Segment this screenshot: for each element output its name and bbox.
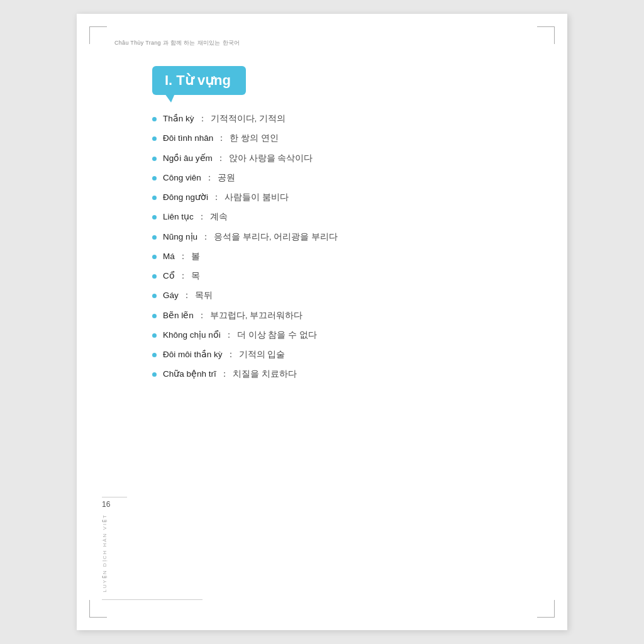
vocab-bullet-icon [152,117,157,121]
vocab-vietnamese: Liên tục [163,211,194,223]
section-title-wrapper: I. Từ vựng [152,66,530,95]
vocab-separator: ： [220,368,229,380]
vocab-korean: 치질을 치료하다 [233,368,297,380]
section-title-badge: I. Từ vựng [152,66,246,95]
vocab-item: Ngồi âu yếm ：앉아 사랑을 속삭이다 [152,152,530,165]
vocab-vietnamese: Nũng nịu [163,231,197,243]
vocab-bullet-icon [152,235,157,240]
vocab-korean: 기적의 입술 [239,348,286,361]
vocab-separator: ： [179,270,187,282]
vocab-korean: 기적적이다, 기적의 [211,113,286,125]
vocab-korean: 볼 [191,250,200,263]
vocab-vietnamese: Cổ [163,270,175,282]
vocab-item: Đông người ：사람들이 붐비다 [152,191,530,204]
vocab-vietnamese: Công viên [163,172,201,184]
vocab-item: Chữa bệnh trĩ ：치질을 치료하다 [152,368,530,380]
vocab-separator: ： [201,231,210,243]
page-number-area: 16 LUYỆN DỊCH HÀN VIỆT [102,497,127,592]
vocab-item: Má ：볼 [152,250,530,263]
vocab-list: Thần kỳ ：기적적이다, 기적의Đôi tình nhân ：한 쌍의 연… [152,113,530,381]
vocab-korean: 계속 [210,211,228,223]
vocab-item: Thần kỳ ：기적적이다, 기적의 [152,113,530,125]
vocab-bullet-icon [152,333,157,338]
vocab-separator: ： [197,211,206,223]
vocab-vietnamese: Không chịu nổi [163,329,221,341]
vocab-bullet-icon [152,157,157,161]
vocab-separator: ： [205,172,214,184]
page-number: 16 [102,497,127,509]
corner-mark-tl [89,26,107,44]
vocab-vietnamese: Chữa bệnh trĩ [163,368,216,380]
vocab-bullet-icon [152,176,157,180]
vocab-item: Công viên ：공원 [152,172,530,184]
vocab-separator: ： [217,132,226,145]
vocab-bullet-icon [152,136,157,141]
vocab-item: Liên tục ：계속 [152,211,530,223]
vocab-vietnamese: Thần kỳ [163,113,194,125]
vocab-item: Đôi tình nhân ：한 쌍의 연인 [152,132,530,145]
vocab-bullet-icon [152,215,157,219]
vocab-item: Không chịu nổi ：더 이상 참을 수 없다 [152,329,530,341]
corner-mark-br [537,600,555,618]
vocab-korean: 목뒤 [195,289,213,302]
vocab-separator: ： [179,250,187,263]
vocab-korean: 더 이상 참을 수 없다 [237,329,317,341]
vocab-vietnamese: Bẽn lẽn [163,309,194,322]
vocab-korean: 응석을 부리다, 어리광을 부리다 [214,231,338,243]
vocab-separator: ： [212,191,221,204]
vocab-separator: ： [225,329,233,341]
vocab-item: Đôi môi thần kỳ ：기적의 입술 [152,348,530,361]
header-breadcrumb: Châu Thùy Trang 과 함께 하는 재미있는 한국어 [114,39,530,47]
vocab-item: Cổ ：목 [152,270,530,282]
book-page: Châu Thùy Trang 과 함께 하는 재미있는 한국어 I. Từ v… [77,14,567,630]
vocab-korean: 목 [191,270,200,282]
vocab-separator: ： [226,348,235,361]
vocab-bullet-icon [152,196,157,200]
corner-mark-tr [537,26,555,44]
vocab-item: Bẽn lẽn ：부끄럽다, 부끄러워하다 [152,309,530,322]
vocab-vietnamese: Đôi tình nhân [163,132,213,145]
vocab-item: Nũng nịu ：응석을 부리다, 어리광을 부리다 [152,231,530,243]
vocab-bullet-icon [152,372,157,377]
vocab-bullet-icon [152,294,157,298]
vocab-korean: 공원 [218,172,235,184]
vocab-separator: ： [197,309,206,322]
vocab-item: Gáy ：목뒤 [152,289,530,302]
vocab-vietnamese: Ngồi âu yếm [163,152,213,165]
side-label: LUYỆN DỊCH HÀN VIỆT [102,514,108,592]
vocab-vietnamese: Đôi môi thần kỳ [163,348,223,361]
bottom-line [102,599,203,600]
vocab-vietnamese: Gáy [163,289,179,302]
vocab-bullet-icon [152,255,157,259]
vocab-separator: ： [198,113,207,125]
vocab-vietnamese: Đông người [163,191,208,204]
vocab-korean: 부끄럽다, 부끄러워하다 [210,309,303,322]
vocab-separator: ： [182,289,191,302]
vocab-bullet-icon [152,274,157,279]
vocab-bullet-icon [152,314,157,318]
vocab-separator: ： [216,152,225,165]
vocab-vietnamese: Má [163,250,175,263]
corner-mark-bl [89,600,107,618]
vocab-korean: 사람들이 붐비다 [225,191,289,204]
vocab-korean: 앉아 사랑을 속삭이다 [229,152,313,165]
vocab-korean: 한 쌍의 연인 [230,132,279,145]
vocab-bullet-icon [152,353,157,357]
